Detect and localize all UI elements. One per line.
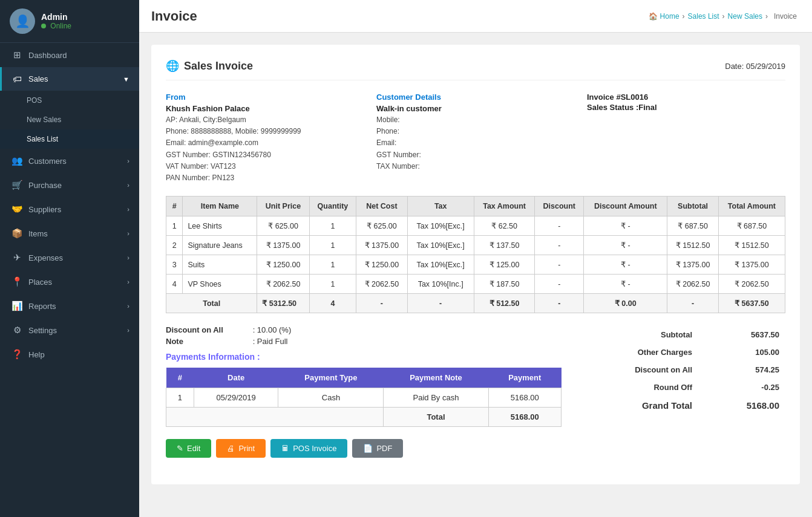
other-charges-value: 105.00	[712, 344, 784, 360]
row-discount: -	[535, 236, 584, 255]
breadcrumb-sep3: ›	[765, 12, 768, 21]
total-qty: 4	[309, 294, 356, 313]
from-block: From Khush Fashion Palace AP: Ankali, Ci…	[166, 93, 364, 184]
sidebar-item-items[interactable]: 📦 Items ›	[0, 221, 139, 245]
from-vat: VAT Number: VAT123	[166, 161, 364, 172]
pay-col-date: Date	[194, 368, 278, 388]
col-tax: Tax	[407, 197, 474, 216]
breadcrumb: 🏠 Home › Sales List › New Sales › Invoic…	[646, 12, 800, 21]
sidebar-item-reports[interactable]: 📊 Reports ›	[0, 294, 139, 318]
expenses-icon: ✈	[11, 252, 22, 263]
col-unit-price: Unit Price	[257, 197, 309, 216]
total-discount: -	[535, 294, 584, 313]
discount-label: Discount on All	[166, 325, 250, 334]
discount-value: 10.00 (%)	[257, 325, 291, 334]
places-icon: 📍	[11, 276, 22, 287]
pos-invoice-button[interactable]: 🖩 POS Invoice	[270, 439, 347, 458]
chevron-right-icon8: ›	[127, 327, 129, 334]
edit-button[interactable]: ✎ Edit	[166, 439, 211, 458]
from-address: AP: Ankali, City:Belgaum	[166, 114, 364, 126]
sidebar-item-sales-list[interactable]: Sales List	[0, 129, 139, 149]
row-subtotal: ₹ 1512.50	[667, 236, 718, 255]
row-tax: Tax 10%[Exc.]	[407, 236, 474, 255]
parties-section: From Khush Fashion Palace AP: Ankali, Ci…	[166, 93, 785, 184]
sidebar-nav: ⊞ Dashboard 🏷 Sales ▼ POS New Sales Sale…	[0, 43, 139, 517]
sidebar-item-pos[interactable]: POS	[0, 91, 139, 110]
round-off-label: Round Off	[581, 379, 710, 395]
pdf-button[interactable]: 📄 PDF	[352, 439, 403, 458]
invoice-date: Date: 05/29/2019	[725, 62, 785, 71]
note-value: Paid Full	[257, 337, 288, 346]
row-unit-price: ₹ 1375.00	[257, 236, 309, 255]
pay-col-type: Payment Type	[278, 368, 384, 388]
sidebar-item-expenses[interactable]: ✈ Expenses ›	[0, 245, 139, 270]
invoice-meta: Invoice #SL0016 Sales Status :Final	[587, 93, 785, 184]
sidebar-item-suppliers[interactable]: 🤝 Suppliers ›	[0, 197, 139, 221]
table-row: 2 Signature Jeans ₹ 1375.00 1 ₹ 1375.00 …	[166, 236, 785, 255]
pay-total-label: Total	[384, 408, 488, 427]
other-charges-row: Other Charges 105.00	[581, 344, 784, 360]
row-discount: -	[535, 275, 584, 294]
sidebar-label-places: Places	[28, 278, 52, 287]
total-tax-amount: ₹ 512.50	[474, 294, 535, 313]
row-tax: Tax 10%[Exc.]	[407, 216, 474, 236]
note-label: Note	[166, 337, 250, 346]
row-item: VP Shoes	[183, 275, 257, 294]
payments-total-row: Total 5168.00	[166, 408, 562, 427]
col-net-cost: Net Cost	[356, 197, 407, 216]
row-unit-price: ₹ 1250.00	[257, 255, 309, 275]
row-tax: Tax 10%[Inc.]	[407, 275, 474, 294]
row-total: ₹ 1512.50	[718, 236, 785, 255]
reports-icon: 📊	[11, 301, 22, 311]
row-item: Suits	[183, 255, 257, 275]
row-tax-amount: ₹ 187.50	[474, 275, 535, 294]
breadcrumb-new-sales[interactable]: New Sales	[728, 12, 762, 21]
col-item: Item Name	[183, 197, 257, 216]
user-info: Admin Online	[41, 12, 71, 30]
discount-note: Discount on All : 10.00 (%) Note : Paid …	[166, 325, 562, 346]
breadcrumb-home[interactable]: Home	[660, 12, 679, 21]
row-discount: -	[535, 216, 584, 236]
customer-block: Customer Details Walk-in customer Mobile…	[376, 93, 575, 184]
invoice-header: 🌐 Sales Invoice Date: 05/29/2019	[166, 59, 785, 80]
help-icon: ❓	[11, 349, 22, 360]
round-off-value: -0.25	[712, 379, 784, 395]
main-content: Invoice 🏠 Home › Sales List › New Sales …	[139, 0, 812, 517]
pay-col-amount: Payment	[488, 368, 561, 388]
sidebar-item-help[interactable]: ❓ Help	[0, 342, 139, 366]
note-sep: :	[253, 337, 257, 346]
pay-row-type: Cash	[278, 388, 384, 408]
row-tax-amount: ₹ 62.50	[474, 216, 535, 236]
items-icon: 📦	[11, 228, 22, 239]
col-quantity: Quantity	[309, 197, 356, 216]
sidebar-item-purchase[interactable]: 🛒 Purchase ›	[0, 173, 139, 197]
sidebar-item-customers[interactable]: 👥 Customers ›	[0, 149, 139, 173]
summary-section: Discount on All : 10.00 (%) Note : Paid …	[166, 325, 785, 458]
customer-mobile: Mobile:	[376, 114, 575, 126]
sidebar-item-new-sales[interactable]: New Sales	[0, 110, 139, 129]
breadcrumb-sales-list[interactable]: Sales List	[688, 12, 719, 21]
subtotal-value: 5637.50	[712, 327, 784, 343]
round-off-row: Round Off -0.25	[581, 379, 784, 395]
total-subtotal: -	[667, 294, 718, 313]
row-net-cost: ₹ 2062.50	[356, 275, 407, 294]
row-subtotal: ₹ 1375.00	[667, 255, 718, 275]
sidebar-item-settings[interactable]: ⚙ Settings ›	[0, 318, 139, 342]
print-button[interactable]: 🖨 Print	[216, 439, 266, 458]
payments-section: Payments Information : # Date Payment Ty…	[166, 352, 562, 427]
page-title: Invoice	[151, 8, 197, 24]
globe-icon: 🌐	[166, 59, 179, 73]
subtotal-row: Subtotal 5637.50	[581, 327, 784, 343]
row-unit-price: ₹ 2062.50	[257, 275, 309, 294]
sidebar-item-dashboard[interactable]: ⊞ Dashboard	[0, 43, 139, 67]
sidebar-item-places[interactable]: 📍 Places ›	[0, 270, 139, 294]
row-discount-amount: ₹ -	[584, 236, 667, 255]
customer-email: Email:	[376, 137, 575, 149]
from-pan: PAN Number: PN123	[166, 172, 364, 184]
items-total-row: Total ₹ 5312.50 4 - - ₹ 512.50 - ₹ 0.00 …	[166, 294, 785, 313]
sidebar-label-settings: Settings	[28, 326, 57, 335]
sidebar-item-sales[interactable]: 🏷 Sales ▼	[0, 67, 139, 91]
row-num: 4	[166, 275, 183, 294]
row-tax-amount: ₹ 125.00	[474, 255, 535, 275]
subtotal-label: Subtotal	[581, 327, 710, 343]
